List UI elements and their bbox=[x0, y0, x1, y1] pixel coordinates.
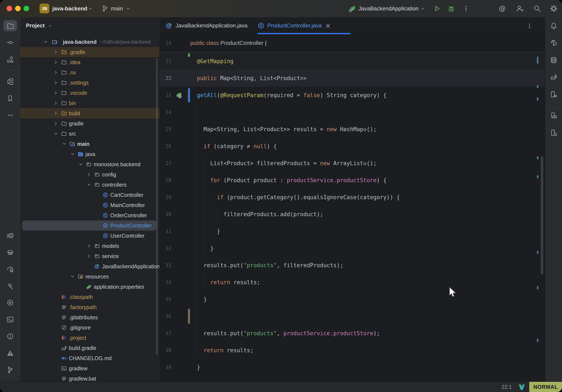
chevron-collapsed-icon[interactable] bbox=[86, 171, 92, 178]
tree-item-.gitattributes[interactable]: .gitattributes bbox=[20, 312, 159, 322]
minimize-window-button[interactable] bbox=[15, 6, 21, 11]
zoom-window-button[interactable] bbox=[23, 6, 29, 11]
chevron-collapsed-icon[interactable] bbox=[53, 49, 59, 55]
code-line-30[interactable]: 30 filteredProducts.add(product); bbox=[159, 206, 545, 223]
tool-button-incognito[interactable] bbox=[3, 247, 17, 258]
code-line-22[interactable]: 22 public Map<String, List<Product>> bbox=[159, 70, 545, 87]
settings-button[interactable] bbox=[550, 4, 558, 12]
scroll-stripe-mark[interactable] bbox=[537, 156, 539, 159]
line-number-38[interactable]: 38 bbox=[159, 342, 171, 359]
line-number-27[interactable]: 27 bbox=[159, 155, 171, 172]
ideavim-icon[interactable] bbox=[518, 383, 526, 392]
tool-button-services[interactable] bbox=[3, 297, 17, 308]
line-number-31[interactable]: 31 bbox=[159, 223, 171, 240]
vim-mode-badge[interactable]: NORMAL bbox=[529, 382, 562, 392]
tree-item-.project[interactable]: .project bbox=[20, 333, 159, 343]
line-number-14[interactable]: 14 bbox=[159, 35, 171, 52]
tree-item-main[interactable]: main bbox=[20, 139, 159, 149]
tool-button-hierarchy[interactable] bbox=[3, 76, 17, 87]
branch-button[interactable]: main bbox=[111, 0, 123, 17]
tree-item-OrderController[interactable]: COrderController bbox=[20, 210, 159, 220]
tool-button-ai-assistant[interactable] bbox=[547, 37, 561, 48]
tree-item-.settings[interactable]: .settings bbox=[20, 78, 159, 88]
scroll-stripe-mark[interactable] bbox=[537, 85, 539, 88]
tree-item-ProductController[interactable]: CProductController bbox=[20, 220, 159, 231]
tool-button-gradle[interactable] bbox=[547, 71, 561, 83]
chevron-collapsed-icon[interactable] bbox=[53, 110, 59, 117]
vcs-changed-marker[interactable] bbox=[188, 88, 190, 102]
tool-button-database[interactable] bbox=[547, 55, 561, 66]
tree-item-config[interactable]: config bbox=[20, 169, 159, 180]
tree-item-application.properties[interactable]: application.properties bbox=[20, 282, 159, 292]
tab-JavaBackendApplication.java[interactable]: JavaBackendApplication.java bbox=[165, 17, 247, 34]
line-number-26[interactable]: 26 bbox=[159, 138, 171, 155]
code-line-26[interactable]: 26 if (category ≠ null) { bbox=[159, 138, 545, 155]
tree-item-.gradle[interactable]: .gradle bbox=[20, 47, 159, 57]
chevron-collapsed-icon[interactable] bbox=[86, 243, 92, 249]
line-number-39[interactable]: 39 bbox=[159, 359, 171, 376]
line-number-36[interactable]: 36 bbox=[159, 308, 171, 325]
debug-button[interactable] bbox=[447, 4, 455, 12]
line-number-22[interactable]: 22 bbox=[159, 70, 171, 87]
run-button[interactable] bbox=[433, 4, 441, 12]
chevron-collapsed-icon[interactable] bbox=[53, 80, 59, 86]
tree-item-build.gradle[interactable]: build.gradle bbox=[20, 343, 159, 353]
scroll-stripe-mark[interactable] bbox=[537, 286, 539, 289]
tab-bar-more-icon[interactable] bbox=[526, 22, 533, 30]
tree-item-MainController[interactable]: CMainController bbox=[20, 200, 159, 210]
run-configuration-selector[interactable]: JavaBackendApplication bbox=[358, 0, 419, 17]
line-number-29[interactable]: 29 bbox=[159, 189, 171, 206]
chevron-expanded-icon[interactable] bbox=[61, 141, 67, 147]
code-line-21[interactable]: 21 @GetMapping bbox=[159, 53, 545, 70]
tool-button-bell[interactable] bbox=[547, 20, 561, 31]
tool-button-build-hammer[interactable] bbox=[3, 280, 17, 291]
search-everywhere-button[interactable] bbox=[533, 4, 541, 12]
tree-item-gradle[interactable]: gradle bbox=[20, 119, 159, 129]
tree-item-JavaBackendApplication[interactable]: JavaBackendApplication bbox=[20, 261, 159, 272]
code-line-35[interactable]: 35 } bbox=[159, 291, 545, 308]
tab-ProductController.java[interactable]: CProductController.java× bbox=[257, 17, 331, 34]
tree-item-java-backend[interactable]: java-backend~/Github/java-backend bbox=[20, 37, 159, 47]
tool-button-device-explorer[interactable] bbox=[547, 127, 561, 138]
scroll-stripe-mark[interactable] bbox=[537, 251, 539, 254]
chevron-collapsed-icon[interactable] bbox=[53, 69, 59, 76]
chevron-expanded-icon[interactable] bbox=[43, 39, 49, 45]
chevron-expanded-icon[interactable] bbox=[86, 181, 92, 188]
code-line-27[interactable]: 27 List<Product> filteredProducts = new … bbox=[159, 155, 545, 172]
sticky-context-line[interactable]: 14public class ProductController { bbox=[159, 35, 545, 52]
tree-item-models[interactable]: models bbox=[20, 241, 159, 251]
code-line-34[interactable]: 34 return results; bbox=[159, 274, 545, 291]
line-number-37[interactable]: 37 bbox=[159, 325, 171, 342]
chevron-expanded-icon[interactable] bbox=[78, 161, 84, 167]
project-panel-header[interactable]: Project bbox=[20, 20, 159, 31]
chevron-expanded-icon[interactable] bbox=[53, 131, 59, 137]
line-number-30[interactable]: 30 bbox=[159, 206, 171, 223]
tree-item-.classpath[interactable]: .classpath bbox=[20, 292, 159, 302]
tool-button-structure[interactable] bbox=[3, 54, 17, 65]
tree-item-src[interactable]: src bbox=[20, 129, 159, 139]
code-line-14[interactable]: 14public class ProductController { bbox=[159, 35, 545, 52]
line-number-25[interactable]: 25 bbox=[159, 121, 171, 138]
code-line-31[interactable]: 31 } bbox=[159, 223, 545, 240]
tool-button-terminal-tool[interactable] bbox=[3, 314, 17, 325]
chevron-collapsed-icon[interactable] bbox=[53, 120, 59, 127]
tool-button-warning[interactable] bbox=[3, 348, 17, 359]
tree-item-bin[interactable]: bin bbox=[20, 98, 159, 108]
code-line-29[interactable]: 29 if (product.getCategory().equalsIgnor… bbox=[159, 189, 545, 206]
scroll-stripe-mark[interactable] bbox=[537, 339, 539, 342]
tool-button-more-horiz[interactable] bbox=[3, 110, 17, 121]
editor-scrollbar[interactable] bbox=[541, 156, 543, 274]
code-line-32[interactable]: 32 } bbox=[159, 240, 545, 257]
tree-item-.vscode[interactable]: .vscode bbox=[20, 88, 159, 98]
line-number-35[interactable]: 35 bbox=[159, 291, 171, 308]
tree-item-gradlew[interactable]: gradlew bbox=[20, 363, 159, 373]
more-options-button[interactable] bbox=[462, 5, 470, 12]
tree-item-service[interactable]: service bbox=[20, 251, 159, 261]
tool-button-cat[interactable] bbox=[3, 230, 17, 241]
code-area[interactable]: 21 @GetMapping22 public Map<String, List… bbox=[159, 35, 545, 381]
code-line-28[interactable]: 28 for (Product product : productService… bbox=[159, 172, 545, 189]
tree-item-.idea[interactable]: .idea bbox=[20, 57, 159, 67]
tree-item-CartController[interactable]: CCartController bbox=[20, 190, 159, 200]
tool-button-problems[interactable] bbox=[3, 331, 17, 342]
line-number-21[interactable]: 21 bbox=[159, 53, 171, 70]
